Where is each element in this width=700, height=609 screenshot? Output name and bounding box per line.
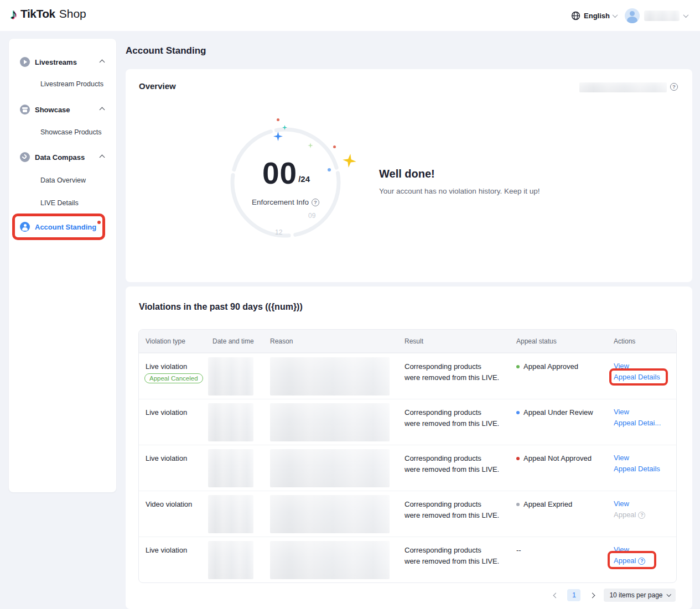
sidebar-item-livestreams[interactable]: Livestreams — [9, 53, 116, 71]
view-link[interactable]: View — [614, 407, 629, 418]
help-icon: ? — [638, 512, 645, 519]
status-dot — [516, 365, 520, 368]
appeal-link-disabled: Appeal? — [614, 509, 645, 520]
status-dot — [516, 503, 520, 506]
view-link[interactable]: View — [614, 544, 629, 555]
redacted-date — [208, 357, 253, 395]
page-title: Account Standing — [126, 45, 206, 56]
view-link[interactable]: View — [614, 452, 629, 464]
gauge-tick-12: 12 — [275, 228, 282, 236]
account-standing-icon — [20, 222, 30, 232]
sidebar-item-livestream-products[interactable]: Livestream Products — [40, 80, 103, 88]
brand-shop: Shop — [59, 7, 86, 20]
appeal-details-link[interactable]: Appeal Details — [614, 372, 660, 383]
sparkle-dot-red — [277, 118, 279, 121]
sparkle-dot-blue — [328, 168, 331, 171]
chevron-down-icon — [683, 12, 689, 18]
sidebar-item-live-details[interactable]: LIVE Details — [40, 199, 79, 207]
table-row: Live violation Corresponding productswer… — [139, 399, 676, 445]
table-row: Live violation Appeal Canceled Correspon… — [139, 353, 676, 399]
col-actions: Actions — [614, 337, 635, 345]
redacted-date — [208, 541, 253, 579]
items-per-page-select[interactable]: 10 items per page — [604, 589, 676, 602]
col-violation-type: Violation type — [146, 337, 185, 345]
sidebar-item-showcase-products[interactable]: Showcase Products — [40, 128, 101, 136]
table-row: Video violation Corresponding productswe… — [139, 491, 676, 537]
appeal-link[interactable]: Appeal? — [614, 555, 645, 566]
sidebar-item-data-compass[interactable]: Data Compass — [9, 148, 116, 166]
prev-page-button[interactable] — [549, 589, 562, 601]
tiktok-note-icon: ♪ — [10, 7, 17, 21]
sparkle-dot-red — [333, 145, 336, 148]
redacted-date — [208, 495, 253, 533]
col-result: Result — [405, 337, 423, 345]
violation-type: Video violation — [146, 500, 192, 508]
chevron-up-icon — [100, 59, 105, 65]
gauge-score: 00/24 — [230, 158, 341, 189]
redacted-date — [208, 403, 253, 441]
violations-table: Violation type Date and time Reason Resu… — [138, 329, 677, 583]
col-reason: Reason — [270, 337, 293, 345]
status-message-title: Well done! — [379, 168, 540, 180]
language-selector[interactable]: English — [571, 11, 617, 20]
next-page-button[interactable] — [586, 589, 598, 601]
violation-type: Live violation — [146, 454, 187, 462]
view-link[interactable]: View — [614, 498, 629, 509]
enforcement-gauge: 00/24 Enforcement Info ? 09 12 — [230, 127, 341, 238]
redacted-reason — [270, 495, 390, 533]
tiktok-shop-logo[interactable]: ♪ TikTok Shop — [10, 7, 86, 21]
sidebar-item-label: Account Standing — [35, 223, 96, 231]
appeal-status: -- — [516, 546, 521, 554]
overview-card: Overview ? 00/24 Enforcement Info ? 09 1… — [126, 69, 692, 282]
sidebar-item-showcase[interactable]: Showcase — [9, 101, 116, 118]
data-compass-icon — [20, 152, 30, 162]
brand-tiktok: TikTok — [20, 7, 55, 20]
result-text: Corresponding productswere removed from … — [405, 453, 499, 475]
status-message-body: Your account has no violation history. K… — [379, 187, 540, 195]
view-link[interactable]: View — [614, 361, 629, 372]
col-date-time: Date and time — [212, 337, 254, 345]
violation-type: Live violation — [146, 362, 187, 371]
help-icon[interactable]: ? — [670, 83, 678, 91]
sidebar-item-label: Showcase — [35, 106, 70, 114]
top-navbar: ♪ TikTok Shop English — [0, 0, 700, 31]
appeal-details-link[interactable]: Appeal Details — [614, 464, 660, 475]
sidebar-item-label: Livestreams — [35, 58, 77, 66]
result-text: Corresponding productswere removed from … — [405, 407, 499, 429]
violations-heading: Violations in the past 90 days (({num})) — [139, 302, 303, 312]
redacted-reason — [270, 449, 390, 487]
language-label: English — [584, 12, 610, 20]
redacted-shop-name — [644, 11, 680, 21]
violation-type: Live violation — [146, 546, 187, 554]
appeal-canceled-tag: Appeal Canceled — [144, 373, 203, 383]
appeal-status: Appeal Approved — [516, 362, 578, 371]
appeal-details-link[interactable]: Appeal Detai... — [614, 418, 661, 429]
notification-dot — [97, 221, 101, 224]
violation-type: Live violation — [146, 408, 187, 417]
sparkle-star-yellow — [341, 153, 357, 168]
redacted-overview-info — [579, 82, 667, 92]
result-text: Corresponding productswere removed from … — [405, 545, 499, 567]
chevron-up-icon — [100, 154, 105, 160]
appeal-status: Appeal Expried — [516, 500, 572, 508]
status-message: Well done! Your account has no violation… — [379, 168, 540, 195]
page-number[interactable]: 1 — [567, 589, 580, 601]
redacted-date — [208, 449, 253, 487]
sidebar-item-account-standing[interactable]: Account Standing — [9, 218, 116, 236]
account-menu[interactable] — [625, 8, 688, 23]
col-appeal-status: Appeal status — [516, 337, 557, 345]
redacted-reason — [270, 357, 390, 395]
globe-icon — [571, 11, 580, 20]
appeal-status: Appeal Under Review — [516, 408, 593, 417]
table-row: Live violation Corresponding productswer… — [139, 445, 676, 491]
chevron-down-icon — [613, 12, 618, 18]
help-icon[interactable]: ? — [312, 199, 319, 206]
sidebar-item-data-overview[interactable]: Data Overview — [40, 176, 86, 184]
chevron-down-icon — [666, 592, 671, 597]
pagination: 1 10 items per page — [549, 589, 676, 602]
sidebar: Livestreams Livestream Products Showcase… — [9, 39, 116, 492]
status-dot — [516, 457, 520, 460]
table-header-row: Violation type Date and time Reason Resu… — [139, 330, 676, 353]
showcase-icon — [20, 105, 30, 114]
help-icon: ? — [638, 558, 645, 565]
